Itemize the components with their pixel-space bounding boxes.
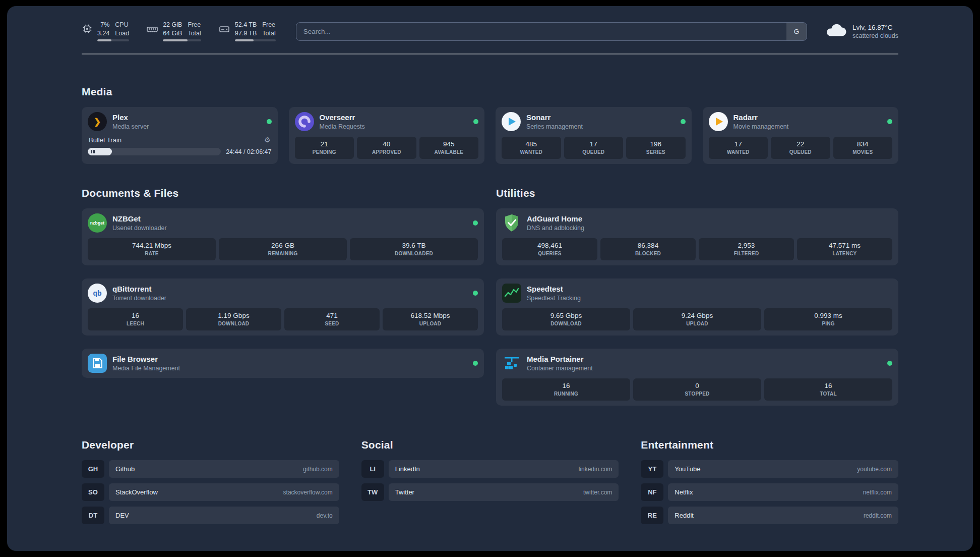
disk-total-value: 97.9 TB	[235, 30, 257, 37]
stat-tile: 9.65 Gbps DOWNLOAD	[502, 308, 630, 330]
app-desc: DNS and adblocking	[527, 225, 584, 232]
filebrowser-icon	[88, 354, 107, 373]
sonarr-icon	[502, 112, 521, 131]
bookmark-link[interactable]: Twitter twitter.com	[389, 483, 619, 501]
bookmarks: Developer GH Github github.com SO StackO…	[82, 439, 898, 550]
status-dot	[267, 119, 272, 124]
stat-tile: 485 WANTED	[502, 137, 561, 159]
stat-tile: 17 WANTED	[709, 137, 768, 159]
stat-tile: 266 GB REMAINING	[219, 238, 347, 260]
stat-tile: 618.52 Mbps UPLOAD	[383, 308, 478, 330]
bookmark-abbr: SO	[82, 483, 104, 501]
bookmark-abbr: TW	[361, 483, 384, 501]
weather-condition: scattered clouds	[852, 32, 898, 39]
dashboard: 7% 3.24 CPU Load	[7, 6, 973, 551]
bookmark-netflix[interactable]: NF Netflix netflix.com	[641, 483, 898, 501]
gear-icon[interactable]: ⚙	[264, 136, 271, 144]
bookmark-link[interactable]: DEV dev.to	[109, 507, 339, 524]
search-provider-button[interactable]: G	[786, 23, 807, 40]
app-name: AdGuard Home	[527, 214, 584, 223]
bookmark-linkedin[interactable]: LI LinkedIn linkedin.com	[361, 460, 619, 478]
bookmark-link[interactable]: StackOverflow stackoverflow.com	[109, 483, 339, 501]
stat-tile: 16 LEECH	[88, 308, 183, 330]
stat-tile: 86,384 BLOCKED	[600, 238, 696, 260]
cpu-widget: 7% 3.24 CPU Load	[82, 21, 129, 41]
app-card-speedtest[interactable]: Speedtest Speedtest Tracking 9.65 Gbps D…	[496, 278, 898, 336]
app-card-adguard[interactable]: AdGuard Home DNS and adblocking 498,461 …	[496, 208, 898, 265]
bookmark-abbr: LI	[361, 460, 384, 478]
app-card-qbittorrent[interactable]: qb qBittorrent Torrent downloader 16 LEE…	[82, 278, 484, 336]
section-title-media: Media	[82, 86, 898, 98]
app-name: Radarr	[733, 113, 789, 122]
bookmark-group-developer: Developer GH Github github.com SO StackO…	[82, 439, 339, 530]
playback-progress-bar[interactable]	[88, 148, 221, 155]
app-desc: Media server	[112, 123, 149, 130]
stat-tile: 196 SERIES	[626, 137, 686, 159]
bookmark-reddit[interactable]: RE Reddit reddit.com	[641, 507, 898, 524]
stat-tile: 0.993 ms PING	[764, 308, 892, 330]
app-desc: Usenet downloader	[112, 225, 167, 232]
app-card-filebrowser[interactable]: File Browser Media File Management	[82, 349, 484, 378]
disk-free-label: Free	[262, 21, 275, 28]
app-card-nzbget[interactable]: nzbget NZBGet Usenet downloader 744.21 M…	[82, 208, 484, 265]
bookmark-abbr: YT	[641, 460, 663, 478]
cloud-icon	[825, 23, 846, 40]
bookmark-stackoverflow[interactable]: SO StackOverflow stackoverflow.com	[82, 483, 339, 501]
disk-icon	[218, 23, 230, 37]
status-dot	[473, 220, 478, 226]
portainer-icon	[502, 354, 521, 373]
app-name: Media Portainer	[527, 355, 593, 363]
overseerr-icon	[295, 112, 314, 131]
memory-total-label: Total	[188, 30, 201, 37]
status-dot	[887, 361, 892, 366]
section-title-documents: Documents & Files	[82, 187, 484, 199]
bookmark-github[interactable]: GH Github github.com	[82, 460, 339, 478]
stat-tile: 945 AVAILABLE	[419, 137, 479, 159]
bookmark-group-social: Social LI LinkedIn linkedin.com TW Twitt…	[361, 439, 619, 530]
bookmark-link[interactable]: Netflix netflix.com	[668, 483, 898, 501]
bookmark-abbr: RE	[641, 507, 663, 524]
now-playing-title: Bullet Train	[89, 136, 121, 144]
app-card-overseerr[interactable]: Overseerr Media Requests 21 PENDING 40 A…	[289, 107, 485, 164]
search-input[interactable]	[296, 23, 786, 40]
pause-icon[interactable]	[91, 150, 95, 153]
bookmark-youtube[interactable]: YT YouTube youtube.com	[641, 460, 898, 478]
stat-tile: 16 RUNNING	[502, 378, 630, 401]
stat-tile: 471 SEED	[284, 308, 380, 330]
status-dot	[473, 361, 478, 366]
topbar-divider	[82, 53, 898, 54]
section-media: Media ❯ Plex Media server Bullet Tr	[82, 86, 898, 164]
status-dot	[473, 291, 478, 296]
cpu-load-value: 3.24	[97, 30, 109, 37]
bookmark-link[interactable]: Github github.com	[109, 460, 339, 478]
bookmark-twitter[interactable]: TW Twitter twitter.com	[361, 483, 619, 501]
bookmark-dev[interactable]: DT DEV dev.to	[82, 507, 339, 524]
bookmark-link[interactable]: LinkedIn linkedin.com	[389, 460, 619, 478]
nzbget-icon: nzbget	[88, 213, 107, 233]
bookmark-abbr: GH	[82, 460, 104, 478]
app-card-plex[interactable]: ❯ Plex Media server Bullet Train ⚙	[82, 107, 278, 164]
stat-tile: 22 QUEUED	[771, 137, 830, 159]
cpu-label: CPU	[115, 21, 128, 28]
stat-tile: 21 PENDING	[295, 137, 354, 159]
app-name: Overseerr	[320, 113, 365, 122]
memory-progress-bar	[163, 39, 201, 41]
app-card-portainer[interactable]: Media Portainer Container management 16 …	[496, 349, 898, 406]
disk-widget: 52.4 TB 97.9 TB Free Total	[218, 21, 276, 41]
bookmark-link[interactable]: YouTube youtube.com	[668, 460, 898, 478]
app-name: Speedtest	[527, 285, 581, 293]
app-desc: Media Requests	[320, 123, 365, 130]
app-card-sonarr[interactable]: Sonarr Series management 485 WANTED 17 Q…	[496, 107, 692, 164]
app-card-radarr[interactable]: Radarr Movie management 17 WANTED 22 QUE…	[703, 107, 899, 164]
stat-tile: 1.19 Gbps DOWNLOAD	[186, 308, 281, 330]
stat-tile: 9.24 Gbps UPLOAD	[633, 308, 761, 330]
section-title-developer: Developer	[82, 439, 339, 451]
app-desc: Media File Management	[112, 365, 180, 372]
disk-free-value: 52.4 TB	[235, 21, 257, 28]
stat-tile: 498,461 QUERIES	[502, 238, 597, 260]
disk-total-label: Total	[262, 30, 275, 37]
status-dot	[473, 119, 478, 124]
section-title-utilities: Utilities	[496, 187, 898, 199]
disk-progress-bar	[235, 39, 276, 41]
bookmark-link[interactable]: Reddit reddit.com	[668, 507, 898, 524]
